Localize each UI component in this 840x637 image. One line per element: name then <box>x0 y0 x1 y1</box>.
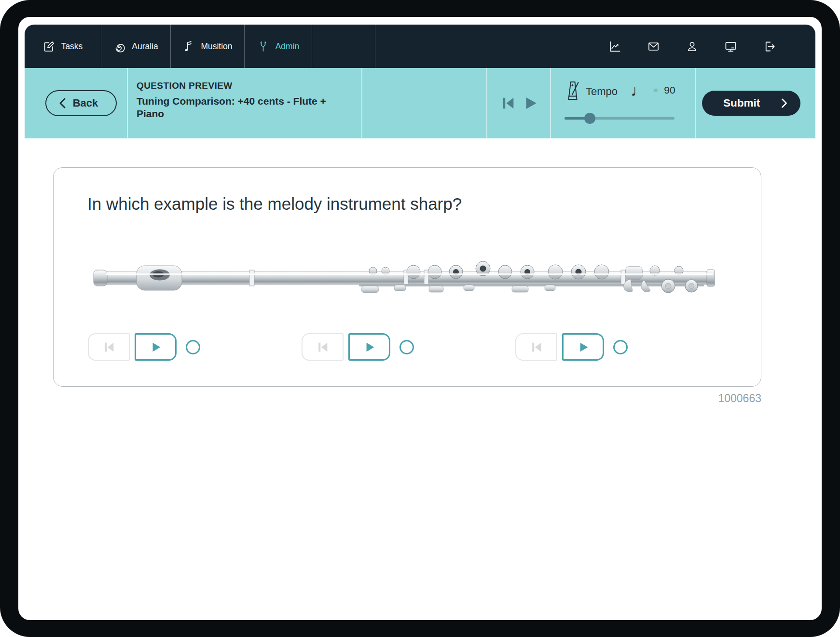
tempo-slider-thumb[interactable] <box>584 113 595 124</box>
flute-image <box>91 256 727 300</box>
messages-mail-icon[interactable] <box>647 40 660 53</box>
tab-musition[interactable]: Musition <box>171 25 245 68</box>
back-button[interactable]: Back <box>45 90 117 116</box>
tempo-value-group: ♩ = 90 <box>631 80 675 101</box>
tab-label: Auralia <box>132 41 158 52</box>
tab-label: Musition <box>201 41 232 52</box>
toolbar-transport-controls <box>500 95 538 111</box>
play-button[interactable] <box>522 95 538 111</box>
toolbar-divider <box>127 68 128 138</box>
musition-note-icon <box>182 41 194 53</box>
toolbar-divider <box>695 68 696 138</box>
option-2-play-button[interactable] <box>348 333 390 361</box>
answer-option-3 <box>515 333 628 361</box>
tab-label: Tasks <box>61 41 83 52</box>
option-1-skip-to-start-button[interactable] <box>88 333 130 361</box>
tab-tasks[interactable]: Tasks <box>25 25 101 68</box>
tab-auralia[interactable]: Auralia <box>101 25 171 68</box>
play-icon <box>577 340 590 354</box>
tempo-value: 90 <box>664 84 675 96</box>
toolbar-divider <box>550 68 551 138</box>
skip-to-start-icon <box>316 340 330 354</box>
question-card: In which example is the melody instrumen… <box>53 167 761 387</box>
admin-wrench-icon <box>257 41 269 53</box>
option-3-play-button[interactable] <box>562 333 604 361</box>
submit-button[interactable]: Submit <box>702 91 800 116</box>
auralia-shell-icon <box>113 41 125 53</box>
question-id: 1000663 <box>53 392 761 405</box>
answer-option-1 <box>88 333 200 361</box>
toolbar-divider <box>486 68 487 138</box>
question-text: In which example is the melody instrumen… <box>87 194 462 214</box>
nav-icon-group <box>608 25 815 68</box>
option-3-radio[interactable] <box>613 340 628 354</box>
nav-spacer <box>312 25 375 68</box>
submit-button-label: Submit <box>723 97 779 109</box>
tab-label: Admin <box>275 41 300 52</box>
reports-chart-icon[interactable] <box>608 40 621 53</box>
answer-option-2 <box>302 333 414 361</box>
toolbar-divider <box>361 68 362 138</box>
option-2-radio[interactable] <box>399 340 414 354</box>
tablet-frame: Tasks Auralia Musition Admin <box>0 0 840 637</box>
play-icon <box>149 340 163 354</box>
question-name: Tuning Comparison: +40 cents - Flute + P… <box>137 95 327 120</box>
tab-admin[interactable]: Admin <box>245 25 312 68</box>
option-2-skip-to-start-button[interactable] <box>302 333 344 361</box>
option-1-radio[interactable] <box>186 340 200 354</box>
skip-to-start-button[interactable] <box>500 95 516 111</box>
question-toolbar: Back QUESTION PREVIEW Tuning Comparison:… <box>25 68 815 138</box>
profile-user-icon[interactable] <box>686 40 699 53</box>
tasks-edit-icon <box>43 41 55 53</box>
logout-icon[interactable] <box>763 40 776 53</box>
top-nav-bar: Tasks Auralia Musition Admin <box>25 25 815 68</box>
quarter-note-icon: ♩ <box>631 82 647 98</box>
tempo-equals: = <box>653 86 658 95</box>
back-button-label: Back <box>68 97 103 109</box>
chevron-right-icon <box>779 98 789 108</box>
option-1-play-button[interactable] <box>135 333 177 361</box>
option-3-skip-to-start-button[interactable] <box>515 333 557 361</box>
skip-to-start-icon <box>102 340 116 354</box>
section-title: QUESTION PREVIEW <box>137 81 327 91</box>
tempo-slider[interactable] <box>565 112 675 124</box>
question-preview-block: QUESTION PREVIEW Tuning Comparison: +40 … <box>137 81 327 120</box>
tablet-screen: Tasks Auralia Musition Admin <box>18 17 822 620</box>
metronome-icon <box>565 80 580 102</box>
play-icon <box>363 340 376 354</box>
chevron-left-icon <box>58 97 68 109</box>
screen-share-icon[interactable] <box>724 40 737 53</box>
skip-to-start-icon <box>529 340 544 354</box>
tempo-label: Tempo <box>586 85 618 98</box>
